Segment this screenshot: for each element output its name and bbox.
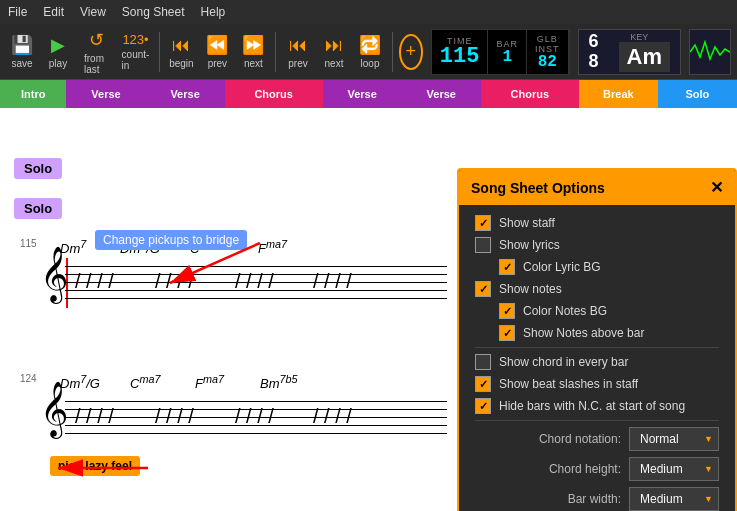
solo-label-2: Solo (14, 198, 62, 219)
glb-value: 82 (538, 54, 557, 70)
add-button[interactable]: + (399, 34, 423, 70)
save-button[interactable]: 💾 save (6, 32, 38, 71)
next-icon: ⏩ (242, 34, 264, 56)
begin-icon: ⏮ (172, 35, 190, 56)
show-notes-label: Show notes (499, 282, 562, 296)
next-button[interactable]: ⏩ next (237, 32, 269, 71)
chord-notation-label: Chord notation: (475, 432, 621, 446)
show-notes-above-checkbox[interactable] (499, 325, 515, 341)
next-label: next (244, 58, 263, 69)
loop-label: loop (361, 58, 380, 69)
bar-width-row: Bar width: Small Medium Large (475, 487, 719, 511)
color-notes-checkbox[interactable] (499, 303, 515, 319)
option-show-notes: Show notes (475, 281, 719, 297)
staff-124: 𝄞 / / / / / / / / / / / / / / / / (10, 393, 447, 443)
save-icon: 💾 (11, 34, 33, 56)
show-lyrics-label: Show lyrics (499, 238, 560, 252)
begin-button[interactable]: ⏮ begin (165, 33, 197, 71)
count-in-button[interactable]: 123• count-in (118, 30, 153, 73)
staff-lines-1: / / / / / / / / / / / / / / / / (65, 266, 447, 298)
option-show-chord-every: Show chord in every bar (475, 354, 719, 370)
section-bar: IntroVerseVerseChorusVerseVerseChorusBre… (0, 80, 737, 108)
show-staff-checkbox[interactable] (475, 215, 491, 231)
show-notes-checkbox[interactable] (475, 281, 491, 297)
chord-notation-select[interactable]: Normal Classic Nashville (629, 427, 719, 451)
prev2-icon: ⏮ (289, 35, 307, 56)
arrows-svg (0, 108, 457, 511)
section-break[interactable]: Break (579, 80, 658, 108)
glb-cell: GLB INST 82 (527, 30, 569, 74)
waveform-icon (690, 37, 730, 67)
time-cell: TIME 115 (432, 30, 489, 74)
menu-help[interactable]: Help (201, 5, 226, 19)
chord-notation-wrapper: Normal Classic Nashville (629, 427, 719, 451)
notation-area: Solo Solo 115 Dm7 Dm7/G Cma7 Fma7 𝄞 (0, 108, 457, 511)
prev-icon: ⏪ (206, 34, 228, 56)
menu-file[interactable]: File (8, 5, 27, 19)
section-verse[interactable]: Verse (402, 80, 481, 108)
chord-cma7-2: Cma7 (130, 373, 160, 391)
bar-width-wrapper: Small Medium Large (629, 487, 719, 511)
show-chord-every-label: Show chord in every bar (499, 355, 628, 369)
dialog-header: Song Sheet Options ✕ (459, 170, 735, 205)
hide-nc-label: Hide bars with N.C. at start of song (499, 399, 685, 413)
color-lyric-checkbox[interactable] (499, 259, 515, 275)
from-last-button[interactable]: ↺ from last (78, 27, 114, 77)
toolbar: 💾 save ▶ play ↺ from last 123• count-in … (0, 24, 737, 80)
chord-height-row: Chord height: Small Medium Large (475, 457, 719, 481)
begin-label: begin (169, 58, 193, 69)
chord-notation-row: Chord notation: Normal Classic Nashville (475, 427, 719, 451)
chord-height-select[interactable]: Small Medium Large (629, 457, 719, 481)
show-lyrics-checkbox[interactable] (475, 237, 491, 253)
waveform-display (689, 29, 731, 75)
section-verse[interactable]: Verse (323, 80, 402, 108)
key-display: 6 8 KEY Am (578, 29, 681, 75)
chord-fma7-2: Fma7 (195, 373, 224, 391)
option-color-notes: Color Notes BG (499, 303, 719, 319)
dialog-body: Show staff Show lyrics Color Lyric BG Sh… (459, 205, 735, 511)
show-beat-slashes-checkbox[interactable] (475, 376, 491, 392)
menu-view[interactable]: View (80, 5, 106, 19)
option-show-staff: Show staff (475, 215, 719, 231)
prev2-button[interactable]: ⏮ prev (282, 33, 314, 71)
prev-label: prev (208, 58, 227, 69)
menu-edit[interactable]: Edit (43, 5, 64, 19)
section-verse[interactable]: Verse (146, 80, 225, 108)
bar-width-select[interactable]: Small Medium Large (629, 487, 719, 511)
count-in-label: count-in (122, 49, 150, 71)
menu-bar: File Edit View Song Sheet Help (0, 0, 737, 24)
option-color-lyric: Color Lyric BG (499, 259, 719, 275)
key-value: Am (619, 42, 670, 72)
color-notes-label: Color Notes BG (523, 304, 607, 318)
play-button[interactable]: ▶ play (42, 32, 74, 71)
show-chord-every-checkbox[interactable] (475, 354, 491, 370)
show-notes-above-label: Show Notes above bar (523, 326, 644, 340)
section-chorus[interactable]: Chorus (481, 80, 579, 108)
dialog-title: Song Sheet Options (471, 180, 605, 196)
show-beat-slashes-label: Show beat slashes in staff (499, 377, 638, 391)
section-intro[interactable]: Intro (0, 80, 66, 108)
next2-button[interactable]: ⏭ next (318, 33, 350, 71)
next2-icon: ⏭ (325, 35, 343, 56)
bar-cell: BAR 1 (488, 30, 527, 74)
close-button[interactable]: ✕ (710, 178, 723, 197)
chord-height-wrapper: Small Medium Large (629, 457, 719, 481)
bar-value: 1 (502, 49, 512, 65)
from-last-icon: ↺ (89, 29, 104, 51)
from-last-label: from last (84, 53, 108, 75)
section-verse[interactable]: Verse (66, 80, 145, 108)
bar-width-label: Bar width: (475, 492, 621, 506)
loop-button[interactable]: 🔁 loop (354, 32, 386, 71)
show-staff-label: Show staff (499, 216, 555, 230)
next2-label: next (325, 58, 344, 69)
prev-button[interactable]: ⏪ prev (201, 32, 233, 71)
divider-2 (475, 420, 719, 421)
option-show-lyrics: Show lyrics (475, 237, 719, 253)
section-solo[interactable]: Solo (658, 80, 737, 108)
hide-nc-checkbox[interactable] (475, 398, 491, 414)
section-chorus[interactable]: Chorus (225, 80, 323, 108)
menu-songsheet[interactable]: Song Sheet (122, 5, 185, 19)
separator-2 (275, 32, 276, 72)
inst-label: INST (535, 44, 560, 54)
bar-124-number: 124 (20, 373, 37, 384)
